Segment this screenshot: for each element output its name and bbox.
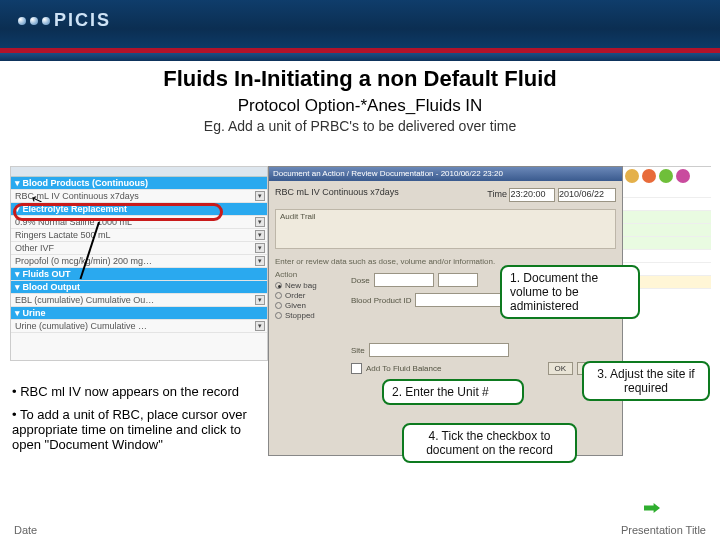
add-balance-label: Add To Fluid Balance	[366, 364, 441, 373]
chevron-down-icon[interactable]: ▾	[255, 256, 265, 266]
grid-row[interactable]: Propofol (0 mcg/kg/min) 200 mg…▾	[11, 255, 267, 268]
row-label: ▾ Electrolyte Replacement	[15, 204, 127, 214]
grid-header	[11, 167, 267, 177]
radio-label: New bag	[285, 281, 317, 290]
chevron-down-icon[interactable]: ▾	[255, 295, 265, 305]
strip-row[interactable]	[623, 237, 711, 250]
dialog-protocol-row: RBC mL IV Continuous x7days Time 23:20:0…	[275, 187, 616, 203]
chevron-down-icon[interactable]: ▾	[255, 243, 265, 253]
bullet-1: • RBC ml IV now appears on the record	[12, 384, 268, 399]
callout-3: 3. Adjust the site if required	[582, 361, 710, 401]
row-label: Other IVF	[15, 243, 54, 253]
row-label: ▾ Blood Output	[15, 282, 80, 292]
strip-row[interactable]	[623, 224, 711, 237]
row-label: ▾ Fluids OUT	[15, 269, 71, 279]
callout-1: 1. Document the volume to be administere…	[500, 265, 640, 319]
strip-row[interactable]	[623, 198, 711, 211]
heart-icon[interactable]	[676, 169, 690, 183]
secu-icon[interactable]	[642, 169, 656, 183]
grid-row[interactable]: Other IVF▾	[11, 242, 267, 255]
grid-row[interactable]: Urine (cumulative) Cumulative …▾	[11, 320, 267, 333]
logo-dot-icon	[18, 17, 26, 25]
ok-button[interactable]: OK	[548, 362, 574, 375]
row-label: EBL (cumulative) Cumulative Ou…	[15, 295, 154, 305]
audit-trail-panel: Audit Trail	[275, 209, 616, 249]
grid-row[interactable]: ▾ Blood Products (Continuous)	[11, 177, 267, 190]
strip-row[interactable]	[623, 211, 711, 224]
radio-label: Order	[285, 291, 305, 300]
brand-text: PICIS	[54, 10, 111, 31]
slide-footer: Date Presentation Title	[0, 524, 720, 536]
bullet-block: • RBC ml IV now appears on the record • …	[12, 376, 268, 460]
checkbox-icon[interactable]	[351, 363, 362, 374]
dose-label: Dose	[351, 276, 370, 285]
logo-dot-icon	[42, 17, 50, 25]
slide-subtitle: Protocol Option-*Anes_Fluids IN	[10, 96, 710, 116]
radio-label: Stopped	[285, 311, 315, 320]
radio-icon	[275, 292, 282, 299]
grid-row[interactable]: 0.9% Normal Saline 1000 mL▾	[11, 216, 267, 229]
audit-label: Audit Trail	[280, 212, 316, 221]
radio-icon	[275, 302, 282, 309]
strip-row[interactable]	[623, 185, 711, 198]
callout-4: 4. Tick the checkbox to document on the …	[402, 423, 577, 463]
radio-stopped[interactable]: Stopped	[275, 311, 345, 320]
dialog-titlebar: Document an Action / Review Documentatio…	[269, 167, 622, 181]
blood-id-label: Blood Product ID	[351, 296, 411, 305]
person-icon[interactable]	[625, 169, 639, 183]
grid-row[interactable]: ▾ Fluids OUT	[11, 268, 267, 281]
time-field[interactable]: 23:20:00	[509, 188, 555, 202]
brand-logo: PICIS	[18, 10, 111, 31]
strip-row[interactable]	[623, 250, 711, 263]
slide-body: Fluids In-Initiating a non Default Fluid…	[0, 60, 720, 518]
content-area: ↖ ▾ Blood Products (Continuous) RBC mL I…	[10, 166, 710, 518]
chevron-down-icon[interactable]: ▾	[255, 321, 265, 331]
chevron-down-icon[interactable]: ▾	[255, 191, 265, 201]
time-label: Time	[487, 189, 507, 199]
date-field[interactable]: 2010/06/22	[558, 188, 616, 202]
grid-row[interactable]: ▾ Urine	[11, 307, 267, 320]
grid-row[interactable]: Ringers Lactate 500 mL▾	[11, 229, 267, 242]
row-label: RBC mL IV Continuous x7days	[15, 191, 139, 201]
radio-icon	[275, 312, 282, 319]
brand-header: PICIS	[0, 0, 720, 48]
row-label: Urine (cumulative) Cumulative …	[15, 321, 147, 331]
dose-unit-field[interactable]	[438, 273, 478, 287]
radio-label: Given	[285, 301, 306, 310]
site-label: Site	[351, 346, 365, 355]
site-field[interactable]	[369, 343, 509, 357]
logo-dot-icon	[30, 17, 38, 25]
footer-left: Date	[14, 524, 37, 536]
dose-field[interactable]	[374, 273, 434, 287]
bullet-2: • To add a unit of RBC, place cursor ove…	[12, 407, 268, 452]
row-label: 0.9% Normal Saline 1000 mL	[15, 217, 132, 227]
radio-given[interactable]: Given	[275, 301, 345, 310]
footer-right: Presentation Title	[621, 524, 706, 536]
strip-toolbar	[623, 167, 711, 185]
grid-row-rbc[interactable]: RBC mL IV Continuous x7days▾	[11, 190, 267, 203]
record-grid-screenshot: ↖ ▾ Blood Products (Continuous) RBC mL I…	[10, 166, 268, 361]
radio-icon	[275, 282, 282, 289]
grid-row[interactable]: ▾ Blood Output	[11, 281, 267, 294]
dialog-protocol: RBC mL IV Continuous x7days	[275, 187, 399, 203]
radio-order[interactable]: Order	[275, 291, 345, 300]
radio-new-bag[interactable]: New bag	[275, 281, 345, 290]
row-label: ▾ Urine	[15, 308, 46, 318]
grid-row[interactable]: ▾ Electrolyte Replacement	[11, 203, 267, 216]
slide-example-line: Eg. Add a unit of PRBC's to be delivered…	[10, 118, 710, 134]
next-arrow-icon[interactable]	[644, 503, 660, 513]
slide-title: Fluids In-Initiating a non Default Fluid	[10, 66, 710, 92]
row-label: ▾ Blood Products (Continuous)	[15, 178, 148, 188]
grid-row[interactable]: EBL (cumulative) Cumulative Ou…▾	[11, 294, 267, 307]
callout-2: 2. Enter the Unit #	[382, 379, 524, 405]
action-label: Action	[275, 270, 345, 279]
chevron-down-icon[interactable]: ▾	[255, 217, 265, 227]
doc-icon[interactable]	[659, 169, 673, 183]
chevron-down-icon[interactable]: ▾	[255, 230, 265, 240]
